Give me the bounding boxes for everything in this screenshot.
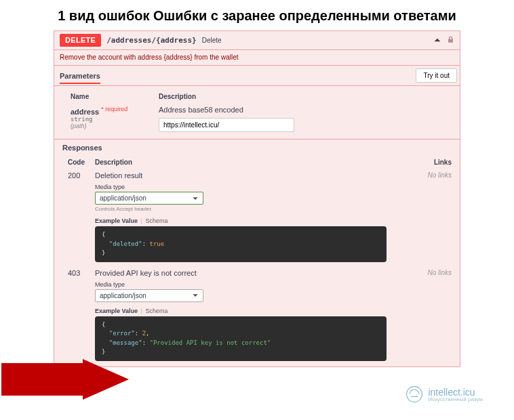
response-code: 403 bbox=[68, 269, 95, 361]
chevron-down-icon bbox=[192, 195, 199, 202]
param-columns: Name Description bbox=[71, 90, 452, 106]
swagger-operation-block: DELETE /addresses/{address} Delete Remov… bbox=[54, 30, 460, 367]
media-type-label: Media type bbox=[95, 184, 419, 190]
responses-columns: Code Description Links bbox=[54, 154, 460, 170]
endpoint-path: /addresses/{address} bbox=[106, 36, 196, 45]
operation-header[interactable]: DELETE /addresses/{address} Delete bbox=[54, 31, 460, 50]
media-type-select[interactable]: application/json bbox=[95, 192, 203, 205]
response-description: Provided API key is not correct bbox=[95, 269, 419, 277]
example-response-200: { "deleted": true } bbox=[95, 226, 387, 262]
method-badge-delete: DELETE bbox=[60, 34, 101, 47]
example-response-403: { "error": 2, "message": "Provided API k… bbox=[95, 316, 387, 361]
response-code: 200 bbox=[68, 171, 95, 262]
arrow-icon bbox=[1, 359, 130, 400]
endpoint-short-desc: Delete bbox=[202, 37, 222, 44]
try-it-out-button[interactable]: Try it out bbox=[416, 68, 457, 83]
param-location: (path) bbox=[71, 123, 132, 129]
responses-label: Responses bbox=[54, 139, 460, 154]
example-tabs: Example Value | Schema bbox=[95, 217, 419, 224]
param-value-input[interactable] bbox=[159, 118, 294, 132]
page-title: 1 вид ошибок Ошибки с заранее определенн… bbox=[0, 8, 514, 24]
tab-schema[interactable]: Schema bbox=[145, 217, 167, 224]
col-code: Code bbox=[68, 159, 95, 166]
response-row-403: 403 Provided API key is not correct Medi… bbox=[54, 268, 460, 366]
parameters-section-header: Parameters Try it out bbox=[54, 66, 460, 86]
param-description: Address base58 encoded bbox=[159, 106, 452, 114]
svg-marker-0 bbox=[1, 359, 129, 400]
col-name: Name bbox=[71, 93, 132, 100]
response-links: No links bbox=[419, 171, 452, 262]
media-type-select[interactable]: application/json bbox=[95, 289, 203, 302]
param-row: address * required string (path) Address… bbox=[71, 106, 452, 132]
tab-schema[interactable]: Schema bbox=[145, 308, 167, 314]
controls-accept-hint: Controls Accept header. bbox=[95, 206, 419, 212]
parameters-table: Name Description address * required stri… bbox=[54, 86, 460, 139]
watermark-text: intellect.icu bbox=[428, 387, 475, 398]
response-description: Deletion result bbox=[95, 171, 419, 180]
chevron-down-icon bbox=[192, 292, 199, 299]
watermark: intellect.icu Искусственный разум bbox=[405, 385, 483, 404]
example-tabs: Example Value | Schema bbox=[95, 308, 419, 314]
operation-summary: Remove the account with address {address… bbox=[54, 50, 460, 66]
svg-point-1 bbox=[407, 387, 422, 402]
lock-icon[interactable] bbox=[447, 36, 454, 45]
tab-example-value[interactable]: Example Value bbox=[95, 308, 138, 314]
col-resp-description: Description bbox=[95, 159, 419, 166]
media-type-value: application/json bbox=[100, 194, 192, 202]
response-row-200: 200 Deletion result Media type applicati… bbox=[54, 170, 460, 268]
chevron-up-icon[interactable] bbox=[433, 36, 441, 45]
tab-example-value[interactable]: Example Value bbox=[95, 217, 138, 224]
param-required-mark: * required bbox=[101, 106, 127, 112]
parameters-label: Parameters bbox=[60, 68, 100, 84]
param-type: string bbox=[71, 116, 132, 123]
media-type-value: application/json bbox=[100, 292, 192, 299]
watermark-subtext: Искусственный разум bbox=[428, 396, 483, 402]
col-links: Links bbox=[419, 159, 452, 166]
col-description: Description bbox=[159, 93, 452, 100]
media-type-label: Media type bbox=[95, 281, 419, 288]
param-name: address bbox=[71, 108, 99, 116]
response-links: No links bbox=[419, 269, 452, 361]
